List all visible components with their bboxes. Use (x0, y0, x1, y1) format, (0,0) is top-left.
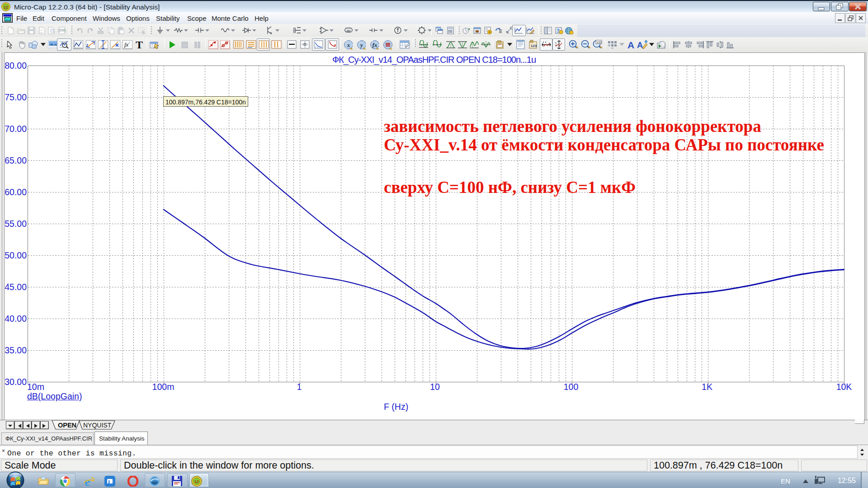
svg-text:fx: fx (124, 41, 129, 48)
svg-text:100: 100 (596, 41, 602, 44)
svg-text:y: y (359, 42, 363, 48)
svg-text:fx: fx (373, 42, 377, 48)
svg-text:12: 12 (4, 5, 8, 9)
svg-text:A: A (637, 41, 643, 50)
svg-text:123: 123 (531, 44, 537, 48)
svg-text:12: 12 (194, 479, 199, 484)
svg-text:x: x (347, 42, 350, 48)
svg-text:A: A (627, 40, 634, 50)
svg-text:T: T (136, 40, 143, 50)
